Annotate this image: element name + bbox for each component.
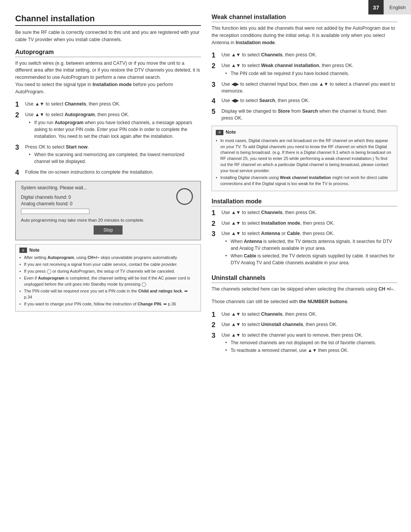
step-content: Use ▲▼ to select Channels, then press OK… — [221, 209, 397, 216]
note-header: Note — [216, 129, 393, 136]
uninstall-channels-title: Uninstall channels — [212, 275, 397, 283]
step-number: 1 — [212, 51, 218, 60]
step-content: Use ▲▼ to select Channels, then press OK… — [25, 101, 201, 108]
step-content: Use ▲▼ to select Weak channel installati… — [221, 62, 397, 78]
screen-line2: Digital channels found: 0 — [21, 195, 195, 200]
step-item: 1 Use ▲▼ to select Channels, then press … — [212, 311, 397, 319]
step-content: Press OK to select Start now. When the s… — [25, 144, 201, 167]
sub-bullet: To reactivate a removed channel, use ▲▼ … — [225, 347, 397, 354]
step-content: Use ◀▶ to select channel Input box, then… — [221, 81, 397, 95]
step-item: 3 Press OK to select Start now. When the… — [15, 144, 201, 167]
uninstall-desc: The channels selected here can be skippe… — [212, 286, 397, 293]
sub-bullet: If you run Autoprogram when you have loc… — [29, 119, 201, 140]
top-bar: 37 English — [368, 0, 411, 14]
step-content: Use ▲▼ to select Antenna or Cable, then … — [221, 230, 397, 268]
step-number: 1 — [212, 209, 218, 217]
language-label: English — [384, 0, 411, 14]
right-column: Weak channel installation This function … — [212, 14, 397, 358]
step-item: 2 Use ▲▼ to select Weak channel installa… — [212, 62, 397, 78]
note-bullet: If you are not receiving a signal from y… — [19, 262, 197, 268]
content-area: Channel installation Be sure the RF cabl… — [0, 0, 411, 371]
step-item: 3 Use ▲▼ to select the channel you want … — [212, 332, 397, 356]
step-number: 3 — [212, 332, 218, 340]
installation-mode-steps: 1 Use ▲▼ to select Channels, then press … — [212, 209, 397, 268]
step-number: 4 — [212, 97, 218, 105]
step-content: Use ◀▶ to select Search, then press OK. — [221, 97, 397, 104]
step-content: Use ▲▼ to select the channel you want to… — [221, 332, 397, 356]
step-number: 4 — [15, 169, 22, 177]
step-content: Use ▲▼ to select Channels, then press OK… — [221, 51, 397, 59]
note-bullet: Even if Autoprogram is completed, the ch… — [19, 275, 197, 288]
step-content: Use ▲▼ to select Autoprogram, then press… — [25, 111, 201, 141]
left-column: Channel installation Be sure the RF cabl… — [15, 14, 201, 358]
step-item: 2 Use ▲▼ to select Autoprogram, then pre… — [15, 111, 201, 141]
step-number: 5 — [212, 108, 218, 116]
note-bullet: The PIN code will be required once you s… — [19, 288, 197, 300]
step-content: Use ▲▼ to select Channels, then press OK… — [221, 311, 397, 318]
screen-line3: Analog channels found: 0 — [21, 201, 195, 206]
page-number: 37 — [368, 0, 384, 14]
screen-mockup: System searching. Please wait... Digital… — [15, 181, 201, 240]
intro-text: Be sure the RF cable is correctly connec… — [15, 29, 201, 43]
note-header: Note — [19, 248, 197, 253]
step-item: 1 Use ▲▼ to select Channels, then press … — [212, 209, 397, 217]
note-bullet: If you press ◯ or during AutoProgram, th… — [19, 268, 197, 275]
installation-mode-title: Installation mode — [212, 198, 397, 206]
step-item: 3 Use ◀▶ to select channel Input box, th… — [212, 81, 397, 95]
screen-line1: System searching. Please wait... — [21, 185, 195, 190]
screen-circle-icon — [176, 188, 193, 205]
screen-note-text: Auto programming may take more than 20 m… — [21, 217, 195, 223]
autoprogram-steps: 1 Use ▲▼ to select Channels, then press … — [15, 101, 201, 177]
note-bullet: If you want to change your PIN code, fol… — [19, 301, 197, 307]
autoprogram-title: Autoprogram — [15, 49, 201, 57]
progress-bar — [21, 209, 89, 214]
note-icon — [216, 130, 223, 135]
sub-bullet: The PIN code will be required if you hav… — [225, 70, 397, 77]
step-number: 3 — [212, 230, 218, 238]
sub-bullet: When Antenna is selected, the TV detects… — [225, 238, 397, 252]
step-number: 2 — [212, 321, 218, 329]
step-item: 1 Use ▲▼ to select Channels, then press … — [15, 101, 201, 109]
step-content: Use ▲▼ to select Uninstall channels, the… — [221, 321, 397, 328]
step-item: 5 Display will be changed to Store from … — [212, 108, 397, 122]
note-bullets: After setting Autoprogram, using CH+/– s… — [19, 255, 197, 307]
stop-button[interactable]: Stop — [94, 225, 123, 235]
sub-bullet: The removed channels are not displayed o… — [225, 339, 397, 346]
uninstall-desc2: Those channels can still be selected wit… — [212, 298, 397, 305]
step-number: 1 — [15, 101, 22, 109]
step-number: 1 — [212, 311, 218, 319]
note-bullet: Installing Digital channels using Weak c… — [216, 175, 393, 187]
weak-channel-title: Weak channel installation — [212, 14, 397, 22]
weak-channel-note-bullets: In most cases, Digital channels are not … — [216, 138, 393, 187]
step-number: 2 — [15, 111, 22, 120]
note-icon — [19, 248, 27, 253]
note-label: Note — [29, 248, 40, 253]
step-item: 4 Follow the on-screen instructions to c… — [15, 169, 201, 177]
step-item: 1 Use ▲▼ to select Channels, then press … — [212, 51, 397, 60]
step-number: 3 — [212, 81, 218, 89]
step-item: 3 Use ▲▼ to select Antenna or Cable, the… — [212, 230, 397, 268]
note-bullet: In most cases, Digital channels are not … — [216, 138, 393, 174]
autoprogram-note-box: Note After setting Autoprogram, using CH… — [15, 244, 201, 312]
step-number: 3 — [15, 144, 22, 152]
step-item: 2 Use ▲▼ to select Uninstall channels, t… — [212, 321, 397, 329]
step-item: 2 Use ▲▼ to select Installation mode, th… — [212, 220, 397, 228]
step-content: Follow the on-screen instructions to com… — [25, 169, 201, 176]
note-label: Note — [226, 129, 236, 136]
weak-channel-steps: 1 Use ▲▼ to select Channels, then press … — [212, 51, 397, 122]
step-item: 4 Use ◀▶ to select Search, then press OK… — [212, 97, 397, 105]
sub-bullet: When Cable is selected, the TV detects s… — [225, 252, 397, 266]
step-content: Use ▲▼ to select Installation mode, then… — [221, 220, 397, 227]
step-number: 2 — [212, 220, 218, 228]
uninstall-steps: 1 Use ▲▼ to select Channels, then press … — [212, 311, 397, 356]
step-content: Display will be changed to Store from Se… — [221, 108, 397, 122]
weak-channel-note-box: Note In most cases, Digital channels are… — [212, 126, 397, 191]
step-number: 2 — [212, 62, 218, 70]
weak-channel-desc: This function lets you add the channels … — [212, 25, 397, 46]
note-bullet: After setting Autoprogram, using CH+/– s… — [19, 255, 197, 261]
sub-bullet: When the scanning and memorizing are com… — [29, 151, 201, 165]
main-title: Channel installation — [15, 14, 201, 26]
autoprogram-desc: If you switch wires (e.g. between antenn… — [15, 60, 201, 96]
